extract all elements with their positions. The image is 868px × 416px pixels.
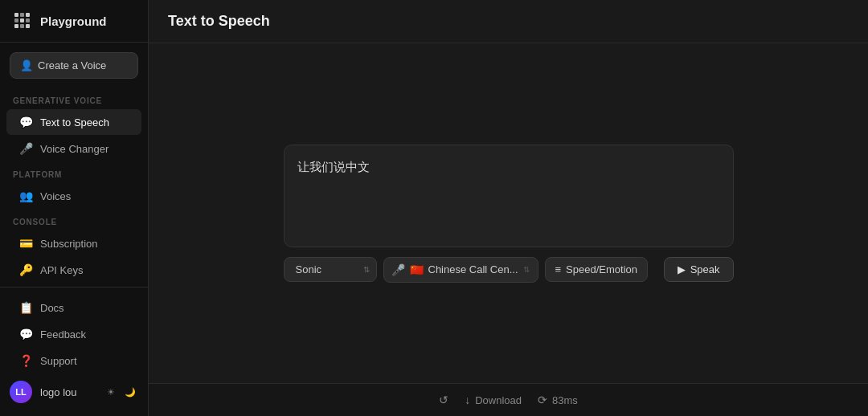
docs-icon: 📋 <box>19 301 32 314</box>
console-section: Console 💳 Subscription 🔑 API Keys <box>0 210 148 283</box>
app-title: Playground <box>40 14 107 28</box>
avatar: LL <box>10 381 32 403</box>
user-profile[interactable]: LL logo lou ☀ 🌙 <box>0 374 148 410</box>
speed-emotion-icon: ≡ <box>555 263 562 275</box>
page-title: Text to Speech <box>168 13 849 30</box>
create-voice-button[interactable]: 👤 Create a Voice <box>10 52 138 79</box>
speak-button[interactable]: ▶ Speak <box>664 257 734 282</box>
mic-icon: 🎤 <box>392 263 405 276</box>
sidebar-item-api-keys[interactable]: 🔑 API Keys <box>6 257 141 283</box>
main-content: Text to Speech Sonic Sonic Turbo ⇅ 🎤 <box>149 0 868 416</box>
latency-display: ⟳ 83ms <box>538 394 578 406</box>
theme-toggle: ☀ 🌙 <box>103 384 138 400</box>
sidebar-item-support[interactable]: ❓ Support <box>6 348 141 373</box>
download-icon: ↓ <box>465 394 470 406</box>
sidebar-item-docs[interactable]: 📋 Docs <box>6 295 141 320</box>
subscription-icon: 💳 <box>19 237 32 250</box>
play-icon: ▶ <box>678 263 686 275</box>
flag-icon: 🇨🇳 <box>410 263 424 276</box>
voice-name: Chinese Call Cen... <box>428 263 518 275</box>
footer-bar: ↺ ↓ Download ⟳ 83ms <box>149 383 868 416</box>
voice-selector[interactable]: 🎤 🇨🇳 Chinese Call Cen... ⇅ <box>383 257 538 283</box>
user-name: logo lou <box>40 386 95 398</box>
main-body: Sonic Sonic Turbo ⇅ 🎤 🇨🇳 Chinese Call Ce… <box>149 43 868 383</box>
model-selector-wrapper[interactable]: Sonic Sonic Turbo ⇅ <box>284 257 377 282</box>
voice-changer-icon: 🎤 <box>19 142 32 155</box>
light-mode-button[interactable]: ☀ <box>103 384 119 400</box>
speed-emotion-label: Speed/Emotion <box>566 263 637 275</box>
download-button[interactable]: ↓ Download <box>465 394 522 406</box>
platform-label: Platform <box>0 162 148 182</box>
sidebar-item-voices[interactable]: 👥 Voices <box>6 183 141 209</box>
sidebar-bottom: 📋 Docs 💬 Feedback ❓ Support LL logo lou … <box>0 287 148 416</box>
voices-icon: 👥 <box>19 190 32 202</box>
api-keys-icon: 🔑 <box>19 263 32 276</box>
generative-voice-label: Generative Voice <box>0 88 148 108</box>
main-header: Text to Speech <box>149 0 868 43</box>
reset-button[interactable]: ↺ <box>439 394 448 406</box>
sidebar-item-feedback[interactable]: 💬 Feedback <box>6 321 141 347</box>
latency-value: 83ms <box>552 394 578 406</box>
latency-icon: ⟳ <box>538 394 547 406</box>
console-label: Console <box>0 210 148 230</box>
reset-icon: ↺ <box>439 394 448 406</box>
sidebar: Playground 👤 Create a Voice Generative V… <box>0 0 149 416</box>
create-voice-icon: 👤 <box>20 59 33 71</box>
sidebar-item-voice-changer[interactable]: 🎤 Voice Changer <box>6 136 141 161</box>
voice-chevron-icon: ⇅ <box>523 265 530 274</box>
sidebar-item-subscription[interactable]: 💳 Subscription <box>6 230 141 256</box>
dark-mode-button[interactable]: 🌙 <box>122 384 138 400</box>
logo-icon <box>13 11 32 31</box>
generative-voice-section: Generative Voice 💬 Text to Speech 🎤 Voic… <box>0 88 148 162</box>
text-input-area[interactable] <box>284 145 734 247</box>
tts-container: Sonic Sonic Turbo ⇅ 🎤 🇨🇳 Chinese Call Ce… <box>284 145 734 283</box>
support-icon: ❓ <box>19 354 32 367</box>
text-to-speech-icon: 💬 <box>19 116 32 128</box>
feedback-icon: 💬 <box>19 328 32 341</box>
controls-row: Sonic Sonic Turbo ⇅ 🎤 🇨🇳 Chinese Call Ce… <box>284 257 734 283</box>
text-input[interactable] <box>297 158 720 230</box>
sidebar-item-text-to-speech[interactable]: 💬 Text to Speech <box>6 109 141 135</box>
sidebar-header: Playground <box>0 0 148 43</box>
speed-emotion-button[interactable]: ≡ Speed/Emotion <box>545 257 649 282</box>
model-select[interactable]: Sonic Sonic Turbo <box>293 258 368 281</box>
platform-section: Platform 👥 Voices <box>0 162 148 210</box>
